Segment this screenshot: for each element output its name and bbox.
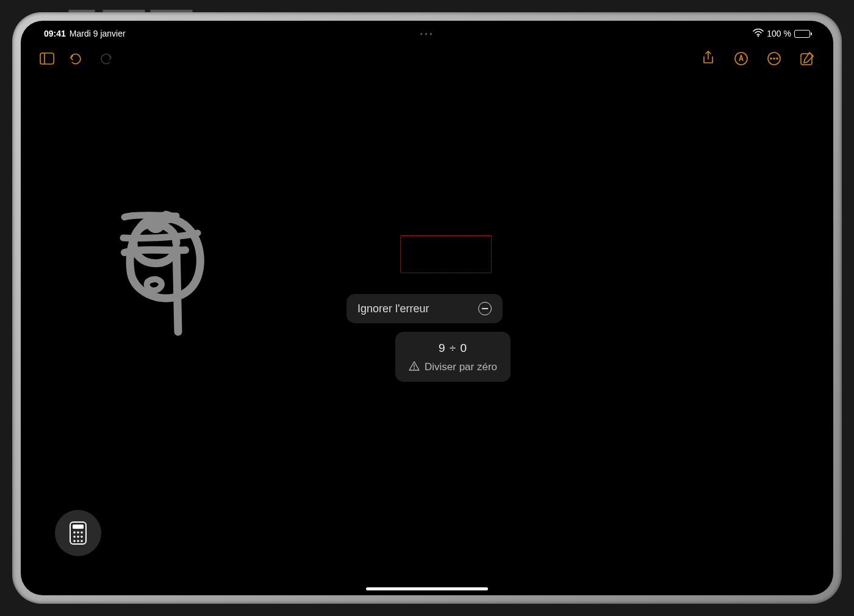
- screen: 09:41 Mardi 9 janvier ●●● 100 %: [21, 21, 833, 595]
- svg-point-15: [81, 531, 83, 534]
- svg-point-18: [81, 535, 83, 538]
- svg-point-19: [73, 540, 76, 542]
- multitask-dots-icon[interactable]: ●●●: [420, 31, 434, 37]
- sidebar-toggle-icon[interactable]: [39, 51, 55, 66]
- undo-icon[interactable]: [68, 51, 84, 66]
- note-canvas[interactable]: Ignorer l'erreur 9 ÷ 0 Diviser par zéro: [21, 76, 833, 595]
- ignore-error-label: Ignorer l'erreur: [357, 303, 429, 315]
- svg-rect-1: [40, 53, 54, 64]
- status-right: 100 %: [753, 29, 810, 39]
- toolbar: [21, 46, 833, 71]
- battery-icon: [794, 30, 810, 38]
- hw-power-button: [68, 10, 95, 12]
- home-indicator[interactable]: [366, 587, 488, 590]
- svg-point-3: [735, 52, 747, 65]
- status-time: 09:41: [44, 29, 66, 38]
- share-icon[interactable]: [700, 51, 716, 66]
- svg-rect-12: [73, 525, 84, 529]
- status-bar: 09:41 Mardi 9 janvier ●●● 100 %: [21, 27, 833, 40]
- svg-point-17: [77, 535, 79, 538]
- svg-point-10: [414, 368, 415, 370]
- calculator-icon: [70, 521, 87, 545]
- calculator-button[interactable]: [55, 510, 101, 556]
- ignore-error-popover[interactable]: Ignorer l'erreur: [346, 294, 503, 323]
- redo-icon: [98, 51, 113, 66]
- hw-volume-up: [102, 10, 145, 12]
- svg-point-16: [73, 535, 76, 538]
- error-highlight[interactable]: [400, 235, 492, 273]
- hw-volume-down: [150, 10, 193, 12]
- status-left: 09:41 Mardi 9 janvier: [44, 29, 126, 38]
- battery-percentage: 100 %: [767, 29, 791, 38]
- svg-point-7: [777, 58, 778, 59]
- error-expression: 9 ÷ 0: [439, 342, 467, 355]
- svg-point-0: [758, 35, 759, 36]
- error-message: Diviser par zéro: [425, 361, 497, 373]
- svg-point-13: [73, 531, 76, 534]
- status-date: Mardi 9 janvier: [70, 29, 126, 38]
- svg-point-20: [77, 540, 79, 542]
- more-icon[interactable]: [766, 51, 782, 66]
- svg-point-5: [770, 58, 772, 59]
- svg-point-6: [773, 58, 775, 59]
- svg-point-21: [81, 540, 83, 542]
- markup-icon[interactable]: [733, 51, 749, 66]
- warning-icon: [409, 361, 420, 373]
- dismiss-error-icon[interactable]: [478, 302, 492, 315]
- compose-icon[interactable]: [799, 51, 815, 66]
- svg-point-14: [77, 531, 79, 534]
- error-detail-popover: 9 ÷ 0 Diviser par zéro: [395, 332, 511, 382]
- ipad-frame: 09:41 Mardi 9 janvier ●●● 100 %: [12, 12, 842, 604]
- wifi-icon: [753, 29, 764, 39]
